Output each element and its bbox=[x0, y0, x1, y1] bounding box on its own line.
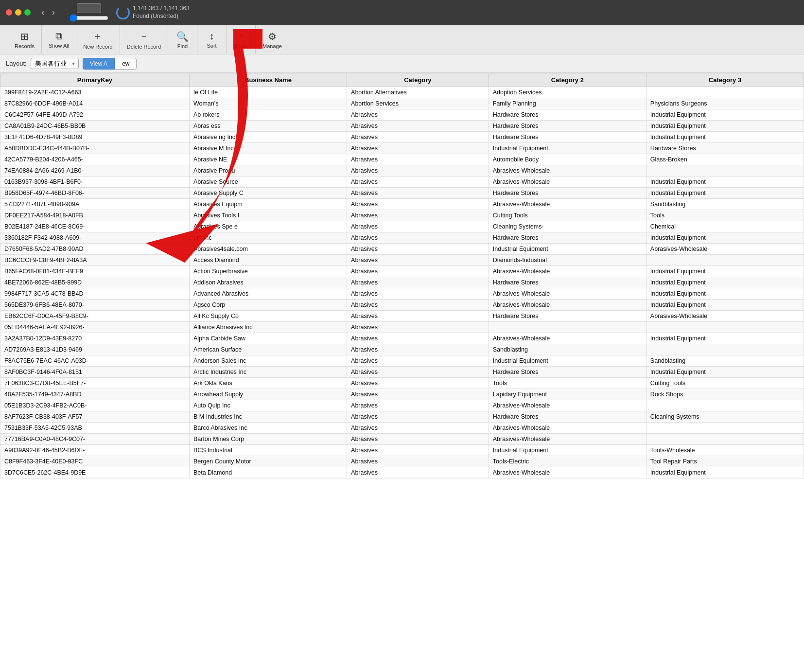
table-cell[interactable]: Abrasives bbox=[347, 266, 489, 277]
table-cell[interactable]: uth Inc bbox=[189, 232, 347, 244]
table-cell[interactable]: Abrasives bbox=[347, 177, 489, 188]
table-cell[interactable]: Abrasives bbox=[347, 389, 489, 400]
table-cell[interactable]: Abrasives bbox=[347, 288, 489, 300]
table-row[interactable]: 7531B33F-53A5-42C5-93ABBarco Abrasives I… bbox=[0, 423, 804, 434]
table-cell[interactable]: Adoption Services bbox=[489, 87, 646, 98]
table-cell[interactable]: Hardware Stores bbox=[489, 132, 646, 143]
minimize-button[interactable] bbox=[15, 9, 21, 16]
table-cell[interactable]: Abrasive Source bbox=[189, 177, 347, 188]
table-cell[interactable]: Sandblasting bbox=[646, 355, 804, 367]
table-cell[interactable]: 565DE379-6FB6-48EA-8070- bbox=[0, 300, 190, 311]
table-row[interactable]: 9984F717-3CA5-4C78-BB4D-Advanced Abrasiv… bbox=[0, 288, 804, 300]
table-cell[interactable] bbox=[646, 255, 804, 266]
table-cell[interactable]: Abrasives-Wholesale bbox=[646, 311, 804, 322]
table-cell[interactable]: Abrasives bbox=[347, 232, 489, 244]
table-row[interactable]: 8AF7623F-CB38-403F-AF57B M Industries In… bbox=[0, 411, 804, 423]
table-cell[interactable]: Abrasives bbox=[347, 277, 489, 288]
table-cell[interactable]: Tools bbox=[646, 210, 804, 221]
table-cell[interactable]: Abrasive ng Inc bbox=[189, 132, 347, 143]
table-cell[interactable]: F8AC75E6-7EAC-46AC-A03D- bbox=[0, 355, 190, 367]
table-cell[interactable]: Anderson Sales Inc bbox=[189, 355, 347, 367]
table-row[interactable]: 3E1F41D6-4D78-49F3-8D89Abrasive ng IncAb… bbox=[0, 132, 804, 143]
table-cell[interactable]: Auto Quip Inc bbox=[189, 400, 347, 411]
layout-select-wrapper[interactable]: 美国各行业 bbox=[31, 58, 79, 69]
table-cell[interactable]: Ab rokers bbox=[189, 109, 347, 121]
table-cell[interactable]: Abrasives Spe e bbox=[189, 221, 347, 232]
table-cell[interactable]: Action Superbrasive bbox=[189, 266, 347, 277]
table-row[interactable]: DF0EE217-A584-4918-A0FBAbrasives Tools I… bbox=[0, 210, 804, 221]
table-cell[interactable]: American Surface bbox=[189, 344, 347, 355]
table-row[interactable]: B958D65F-4974-46BD-8F06-Abrasive Supply … bbox=[0, 188, 804, 199]
table-cell[interactable]: Chemical bbox=[646, 221, 804, 232]
table-cell[interactable]: BC6CCCF9-C8F9-4BF2-8A3A bbox=[0, 255, 190, 266]
table-row[interactable]: 0163B937-3098-4BF1-B6F0-Abrasive SourceA… bbox=[0, 177, 804, 188]
header-category2[interactable]: Category 2 bbox=[489, 73, 646, 87]
table-cell[interactable]: Industrial Equipment bbox=[646, 288, 804, 300]
table-row[interactable]: 399F8419-2A2E-4C12-A663le Of LifeAbortio… bbox=[0, 87, 804, 98]
table-cell[interactable]: Tool Repair Parts bbox=[646, 456, 804, 467]
table-row[interactable]: 42CA5779-B204-4206-A465-Abrasive NEAbras… bbox=[0, 154, 804, 165]
table-cell[interactable]: 05ED4446-5AEA-4E92-8926- bbox=[0, 322, 190, 333]
table-cell[interactable]: Hardware Stores bbox=[489, 277, 646, 288]
table-cell[interactable]: Abrasives bbox=[347, 210, 489, 221]
table-cell[interactable]: 399F8419-2A2E-4C12-A663 bbox=[0, 87, 190, 98]
table-cell[interactable]: Abrasives Equipm bbox=[189, 199, 347, 210]
table-cell[interactable]: Industrial Equipment bbox=[646, 333, 804, 344]
table-row[interactable]: F8AC75E6-7EAC-46AC-A03D-Anderson Sales I… bbox=[0, 355, 804, 367]
table-cell[interactable]: Bergen County Motor bbox=[189, 456, 347, 467]
header-category3[interactable]: Category 3 bbox=[646, 73, 804, 87]
table-cell[interactable]: Abrasives-Wholesale bbox=[489, 165, 646, 177]
table-cell[interactable]: Abrasives-Wholesale bbox=[489, 400, 646, 411]
table-row[interactable]: 7F0638C3-C7D8-45EE-B5F7-Ark Okla KansAbr… bbox=[0, 378, 804, 389]
table-cell[interactable] bbox=[489, 322, 646, 333]
table-cell[interactable]: Abrasive Produ bbox=[189, 165, 347, 177]
record-number-input[interactable]: 19 bbox=[77, 3, 101, 13]
table-row[interactable]: C8F9F463-3F4E-40E0-93FCBergen County Mot… bbox=[0, 456, 804, 467]
table-row[interactable]: 565DE379-6FB6-48EA-8070-Agsco CorpAbrasi… bbox=[0, 300, 804, 311]
table-cell[interactable]: 3360182F-F342-4988-A609- bbox=[0, 232, 190, 244]
table-cell[interactable]: 87C82966-6DDF-496B-A014 bbox=[0, 98, 190, 109]
layout-select[interactable]: 美国各行业 bbox=[31, 58, 79, 69]
table-cell[interactable] bbox=[646, 87, 804, 98]
table-cell[interactable]: 7531B33F-53A5-42C5-93AB bbox=[0, 423, 190, 434]
table-cell[interactable]: Abrasives bbox=[347, 109, 489, 121]
table-cell[interactable]: Abrasives bbox=[347, 434, 489, 445]
table-cell[interactable]: Abrasives bbox=[347, 456, 489, 467]
table-cell[interactable]: Industrial Equipment bbox=[646, 300, 804, 311]
table-cell[interactable]: Abrasive Supply C bbox=[189, 188, 347, 199]
table-cell[interactable]: Industrial Equipment bbox=[489, 355, 646, 367]
table-cell[interactable]: Abrasives bbox=[347, 244, 489, 255]
table-cell[interactable]: 05E1B3D3-2C93-4FB2-AC0B- bbox=[0, 400, 190, 411]
table-cell[interactable]: Industrial Equipment bbox=[646, 188, 804, 199]
header-business-name[interactable]: Business Name bbox=[189, 73, 347, 87]
header-category[interactable]: Category bbox=[347, 73, 489, 87]
table-cell[interactable]: Industrial Equipment bbox=[646, 467, 804, 478]
table-cell[interactable]: Arrowhead Supply bbox=[189, 389, 347, 400]
table-cell[interactable]: Industrial Equipment bbox=[646, 232, 804, 244]
view-tab-new[interactable]: ew bbox=[115, 58, 137, 70]
table-cell[interactable]: 0163B937-3098-4BF1-B6F0- bbox=[0, 177, 190, 188]
table-cell[interactable]: Abrasives bbox=[347, 143, 489, 154]
table-cell[interactable]: Abrasives-Wholesale bbox=[489, 300, 646, 311]
header-primarykey[interactable]: PrimaryKey bbox=[0, 73, 190, 87]
table-cell[interactable]: Physicians Surgeons bbox=[646, 98, 804, 109]
table-cell[interactable]: AD7269A3-E813-41D3-9469 bbox=[0, 344, 190, 355]
share-button[interactable]: ↑ Share bbox=[227, 25, 256, 54]
table-cell[interactable]: DF0EE217-A584-4918-A0FB bbox=[0, 210, 190, 221]
table-cell[interactable]: Cutting Tools bbox=[489, 210, 646, 221]
table-cell[interactable]: Alpha Carbide Saw bbox=[189, 333, 347, 344]
table-cell[interactable]: Industrial Equipment bbox=[489, 244, 646, 255]
table-cell[interactable]: 57332271-487E-4890-909A bbox=[0, 199, 190, 210]
table-cell[interactable]: Abrasives bbox=[347, 378, 489, 389]
table-cell[interactable]: Abrasives-Wholesale bbox=[489, 288, 646, 300]
table-cell[interactable]: 3A2A37B0-12D9-43E9-8270 bbox=[0, 333, 190, 344]
find-button[interactable]: 🔍 Find bbox=[168, 25, 197, 54]
table-cell[interactable]: Abrasives bbox=[347, 188, 489, 199]
table-cell[interactable]: Hardware Stores bbox=[489, 121, 646, 132]
table-cell[interactable] bbox=[646, 165, 804, 177]
table-cell[interactable]: B65FAC68-0F81-434E-BEF9 bbox=[0, 266, 190, 277]
table-row[interactable]: 4BE72066-862E-48B5-899DAddison Abrasives… bbox=[0, 277, 804, 288]
table-row[interactable]: B65FAC68-0F81-434E-BEF9Action Superbrasi… bbox=[0, 266, 804, 277]
table-cell[interactable]: B02E4187-24E8-46CE-8C69- bbox=[0, 221, 190, 232]
table-cell[interactable]: Industrial Equipment bbox=[489, 143, 646, 154]
